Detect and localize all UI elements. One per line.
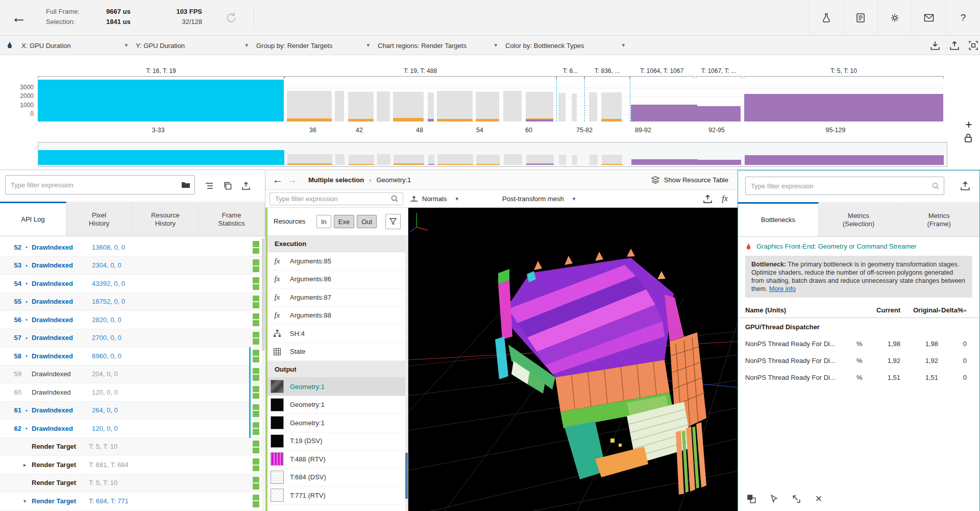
clear-selection-icon[interactable]: × — [813, 493, 825, 505]
filter-funnel-icon[interactable] — [385, 214, 401, 229]
api-log-row[interactable]: 53•DrawIndexed2304, 0, 0 — [0, 257, 265, 275]
toolbar-dropdown[interactable]: Group by: Render Targets▾ — [256, 36, 371, 55]
resource-item[interactable]: T:771 (RTV) — [267, 486, 408, 505]
api-log-row[interactable]: 58•DrawIndexed6960, 0, 0 — [0, 347, 265, 366]
toggle-in[interactable]: In — [316, 215, 331, 228]
filter-input[interactable] — [6, 176, 194, 194]
chart-bar[interactable] — [558, 93, 566, 122]
mesh-stage-dropdown[interactable]: Post-transform mesh ▾ — [502, 195, 592, 203]
api-log-row[interactable]: 56•DrawIndexed2820, 0, 0 — [0, 311, 265, 329]
feedback-mail-icon[interactable] — [912, 0, 946, 36]
chart-bar[interactable] — [437, 91, 473, 121]
resource-item[interactable]: fxArguments:88 — [267, 307, 408, 325]
resource-item[interactable]: fxArguments:86 — [267, 271, 408, 289]
pointer-select-icon[interactable] — [768, 493, 780, 505]
filter-input[interactable] — [270, 193, 403, 205]
breadcrumb-root[interactable]: Multiple selection — [308, 176, 364, 184]
timeline-chart[interactable]: 0100020003000 T: 16, T: 19T: 19, T: 488T… — [0, 55, 980, 141]
settings-gear-icon[interactable] — [877, 0, 912, 36]
share-log-icon[interactable] — [240, 180, 252, 192]
resources-scrollbar[interactable] — [405, 235, 408, 511]
api-log-row[interactable]: 59DrawIndexed204, 0, 0 — [0, 366, 265, 384]
resource-item[interactable]: SH:4 — [267, 325, 408, 343]
api-log-row[interactable]: 52•DrawIndexed13608, 0, 0 — [0, 238, 265, 257]
chart-region-bracket[interactable]: T: 1064, T: 1067 — [630, 65, 694, 77]
mesh-viewport[interactable] — [408, 208, 738, 511]
api-log-row[interactable]: 61•DrawIndexed264, 0, 0 — [0, 402, 265, 420]
chart-plot[interactable]: T: 16, T: 19T: 19, T: 488T: 6...T: 836, … — [38, 55, 947, 141]
toolbar-dropdown[interactable]: Y: GPU Duration▾ — [136, 36, 249, 55]
chart-bar[interactable] — [589, 92, 597, 121]
tab-frame-statistics[interactable]: FrameStatistics — [199, 202, 265, 236]
chart-bar[interactable] — [377, 91, 390, 121]
overlay-mode-dropdown[interactable]: Normals ▾ — [409, 194, 496, 203]
nav-forward-icon[interactable]: → — [287, 174, 301, 186]
export-metrics-icon[interactable] — [960, 181, 971, 192]
chart-region-bracket[interactable]: T: 836, ... — [584, 65, 630, 77]
next-column-icon[interactable]: ▸ — [964, 308, 967, 313]
toolbar-dropdown[interactable]: X: GPU Duration▾ — [21, 36, 129, 55]
experiments-flask-icon[interactable] — [809, 0, 843, 36]
tab-bottlenecks[interactable]: Bottlenecks — [738, 202, 819, 236]
import-icon[interactable] — [930, 40, 940, 51]
chart-bar[interactable] — [601, 92, 622, 121]
api-log-row[interactable]: ▾Render TargetT: 684, T: 771 — [0, 492, 265, 510]
chart-region-bracket[interactable]: T: 1067, T: ... — [696, 65, 742, 77]
release-notes-icon[interactable] — [843, 0, 877, 36]
toolbar-dropdown[interactable]: Color by: Bottleneck Types▾ — [505, 36, 626, 55]
resource-item[interactable]: T:684 (DSV) — [267, 469, 408, 487]
scrollbar-thumb[interactable] — [405, 453, 408, 499]
scrollbar-thumb[interactable] — [262, 238, 265, 351]
toolbar-dropdown[interactable]: Chart regions: Render Targets▾ — [378, 36, 498, 55]
tab-metrics-frame[interactable]: Metrics(Frame) — [899, 202, 979, 236]
prev-column-icon[interactable]: ◂ — [938, 308, 941, 313]
chart-region-bracket[interactable]: T: 5, T: 10 — [744, 65, 944, 77]
export-corner-icon[interactable] — [790, 493, 802, 505]
api-log-row[interactable]: 57•DrawIndexed2700, 0, 0 — [0, 329, 265, 348]
folder-icon[interactable] — [181, 181, 190, 189]
nav-back-icon[interactable]: ← — [273, 174, 287, 186]
tab-resource-history[interactable]: ResourceHistory — [133, 202, 199, 236]
api-log-row[interactable]: Render TargetT: 5, T: 10 — [0, 474, 265, 493]
toggle-out[interactable]: Out — [357, 215, 377, 228]
resource-item[interactable]: Geometry:1 — [267, 414, 408, 432]
compare-swatch-icon[interactable] — [745, 493, 757, 505]
expand-arrow-icon[interactable]: ▾ — [23, 498, 32, 504]
chart-bar[interactable] — [503, 91, 522, 121]
back-button[interactable]: ← — [7, 7, 31, 28]
chart-bar[interactable] — [393, 92, 424, 121]
export-icon[interactable] — [949, 40, 960, 51]
chart-bar[interactable] — [476, 92, 499, 121]
chart-bar[interactable] — [631, 105, 697, 121]
zoom-in-button[interactable]: + — [962, 117, 976, 132]
show-resource-table-button[interactable]: Show Resource Table — [651, 176, 728, 184]
copy-list-icon[interactable] — [222, 180, 234, 192]
resource-item[interactable]: T:19 (DSV) — [267, 432, 408, 451]
resource-item[interactable]: State — [267, 343, 408, 361]
toggle-exe[interactable]: Exe — [334, 215, 354, 228]
metric-row[interactable]: NonPS Thread Ready For Di...%1,921,920 — [738, 352, 979, 369]
api-log-row[interactable]: 55•DrawIndexed16752, 0, 0 — [0, 293, 265, 311]
resource-item[interactable]: fxArguments:85 — [267, 252, 408, 271]
tab-metrics-selection[interactable]: Metrics(Selection) — [819, 202, 899, 236]
tree-view-icon[interactable] — [203, 180, 215, 192]
chart-bar[interactable] — [287, 91, 332, 121]
chart-bar[interactable] — [348, 92, 374, 121]
filter-input[interactable] — [746, 177, 944, 194]
refresh-icon[interactable] — [225, 11, 238, 25]
api-log-row[interactable]: Render TargetT: 5, T: 10 — [0, 438, 265, 456]
api-log-scrollbar[interactable] — [262, 238, 265, 511]
lock-icon[interactable] — [964, 133, 974, 144]
expand-arrow-icon[interactable]: ▸ — [23, 462, 32, 468]
chart-region-bracket[interactable]: T: 6... — [556, 65, 584, 77]
chart-bar[interactable] — [526, 92, 553, 121]
api-log-row[interactable]: 60DrawIndexed120, 0, 0 — [0, 383, 265, 402]
api-log-row[interactable]: ▸Render TargetT: 681, T: 684 — [0, 456, 265, 474]
tab-pixel-history[interactable]: PixelHistory — [66, 202, 133, 236]
chart-bar[interactable] — [428, 92, 434, 121]
timeline-minimap[interactable] — [38, 142, 947, 167]
chart-region-bracket[interactable]: T: 19, T: 488 — [284, 65, 556, 77]
metric-row[interactable]: NonPS Thread Ready For Di...%1,981,980 — [738, 335, 979, 352]
export-resource-icon[interactable] — [702, 193, 713, 204]
chart-bar[interactable] — [335, 91, 344, 121]
